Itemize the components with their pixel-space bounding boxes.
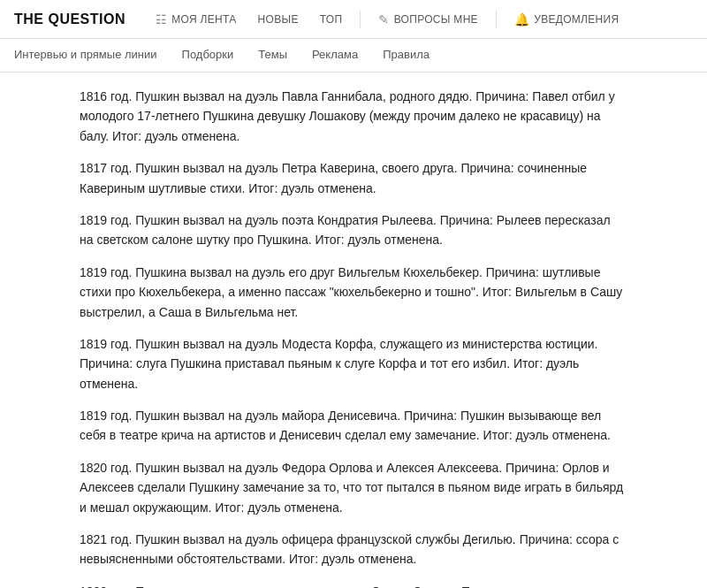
nav-my-feed[interactable]: ☷ МОЯ ЛЕНТА xyxy=(147,9,246,30)
nav-collections[interactable]: Подборки xyxy=(170,39,247,73)
nav-my-feed-label: МОЯ ЛЕНТА xyxy=(171,13,236,26)
second-navigation: Интервью и прямые линии Подборки Темы Ре… xyxy=(0,39,707,73)
article-paragraph: 1822 год. Пушкина вызвал на дуэль подпол… xyxy=(80,582,627,588)
top-nav-links: ☷ МОЯ ЛЕНТА НОВЫЕ ТОП ✎ ВОПРОСЫ МНЕ 🔔 УВ… xyxy=(147,9,693,30)
nav-top[interactable]: ТОП xyxy=(311,10,352,29)
article-paragraph: 1819 год. Пушкин вызвал на дуэль майора … xyxy=(80,406,627,446)
edit-icon: ✎ xyxy=(378,12,389,27)
nav-ads[interactable]: Реклама xyxy=(300,39,370,73)
nav-divider xyxy=(360,11,361,28)
nav-questions-label: ВОПРОСЫ МНЕ xyxy=(394,13,478,26)
article-paragraph: 1820 год. Пушкин вызвал на дуэль Федора … xyxy=(80,458,627,517)
nav-notifications-label: УВЕДОМЛЕНИЯ xyxy=(534,13,619,26)
article-paragraph: 1819 год. Пушкин вызвал на дуэль поэта К… xyxy=(80,210,627,250)
article-paragraph: 1819 год. Пушкин вызвал на дуэль Модеста… xyxy=(80,334,627,393)
feed-icon: ☷ xyxy=(156,12,167,27)
bell-icon: 🔔 xyxy=(514,12,529,27)
article-paragraph: 1821 год. Пушкин вызвал на дуэль офицера… xyxy=(80,530,627,569)
article-paragraph: 1817 год. Пушкин вызвал на дуэль Петра К… xyxy=(80,158,627,198)
article-paragraph: 1816 год. Пушкин вызвал на дуэль Павла Г… xyxy=(80,87,627,146)
nav-divider-2 xyxy=(496,11,497,28)
nav-interviews[interactable]: Интервью и прямые линии xyxy=(14,39,170,73)
nav-questions-to-me[interactable]: ✎ ВОПРОСЫ МНЕ xyxy=(369,9,487,30)
top-navigation: THE QUESTION ☷ МОЯ ЛЕНТА НОВЫЕ ТОП ✎ ВОП… xyxy=(0,0,707,39)
nav-new[interactable]: НОВЫЕ xyxy=(249,10,308,29)
article-paragraph: 1819 год. Пушкина вызвал на дуэль его др… xyxy=(80,263,627,322)
nav-notifications[interactable]: 🔔 УВЕДОМЛЕНИЯ xyxy=(506,9,628,30)
nav-new-label: НОВЫЕ xyxy=(258,13,299,26)
site-logo: THE QUESTION xyxy=(14,11,125,27)
nav-top-label: ТОП xyxy=(320,13,343,26)
nav-rules[interactable]: Правила xyxy=(370,39,442,73)
nav-themes[interactable]: Темы xyxy=(246,39,300,73)
main-content: 1816 год. Пушкин вызвал на дуэль Павла Г… xyxy=(62,73,645,588)
